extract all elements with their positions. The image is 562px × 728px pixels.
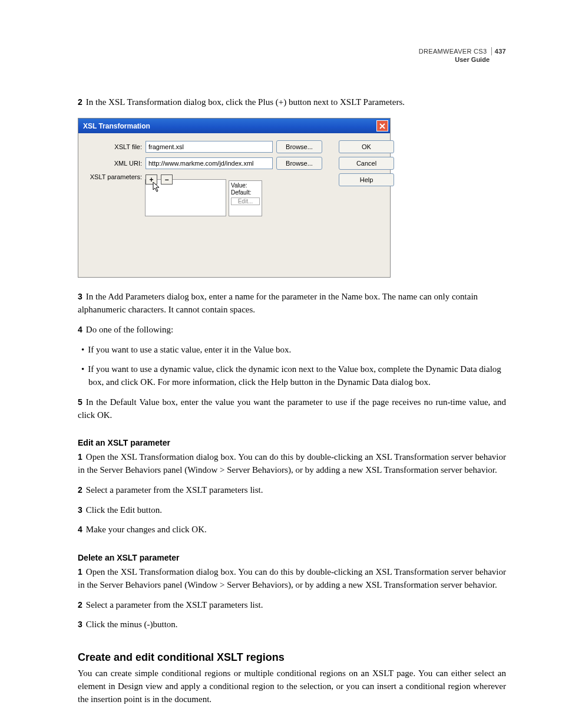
help-button[interactable]: Help: [339, 173, 394, 186]
dialog-titlebar: XSL Transformation: [78, 118, 390, 133]
close-icon[interactable]: [376, 120, 388, 131]
browse-uri-button[interactable]: Browse...: [276, 157, 322, 170]
page-header: DREAMWEAVER CS3 437 User Guide: [78, 47, 506, 64]
detail-default-label: Default:: [231, 189, 260, 196]
edit-step-2: 2Select a parameter from the XSLT parame…: [78, 484, 506, 497]
xsl-transformation-dialog: XSL Transformation XSLT file: fragment.x…: [78, 118, 391, 278]
delete-xslt-heading: Delete an XSLT parameter: [78, 553, 506, 562]
guide-label: User Guide: [78, 55, 506, 64]
xml-uri-input[interactable]: http://www.markme.com/jd/index.xml: [146, 157, 273, 169]
del-step-2: 2Select a parameter from the XSLT parame…: [78, 599, 506, 612]
step-5: 5In the Default Value box, enter the val…: [78, 396, 506, 422]
ok-button[interactable]: OK: [339, 140, 394, 153]
conditional-paragraph: You can create simple conditional region…: [78, 667, 506, 706]
xml-uri-label: XML URI:: [87, 160, 142, 167]
edit-button[interactable]: Edit...: [231, 197, 260, 205]
bullet-dynamic-value: •If you want to use a dynamic value, cli…: [78, 363, 506, 389]
step-4: 4Do one of the following:: [78, 324, 506, 337]
conditional-heading: Create and edit conditional XSLT regions: [78, 651, 506, 664]
product-name: DREAMWEAVER CS3: [419, 48, 487, 55]
page-number: 437: [491, 47, 506, 55]
del-step-1: 1Open the XSL Transformation dialog box.…: [78, 566, 506, 592]
minus-button[interactable]: −: [161, 174, 173, 185]
edit-step-4: 4Make your changes and click OK.: [78, 523, 506, 536]
cancel-button[interactable]: Cancel: [339, 157, 394, 170]
params-detail-box: Value: Default: Edit...: [229, 180, 262, 216]
xslt-params-label: XSLT parameters:: [87, 173, 142, 180]
del-step-3: 3Click the minus (-)button.: [78, 618, 506, 631]
dialog-title: XSL Transformation: [83, 122, 150, 130]
xslt-file-label: XSLT file:: [87, 143, 142, 150]
step-3: 3In the Add Parameters dialog box, enter…: [78, 291, 506, 317]
detail-value-label: Value:: [231, 182, 260, 189]
bullet-static-value: •If you want to use a static value, ente…: [78, 344, 506, 357]
edit-step-3: 3Click the Edit button.: [78, 504, 506, 517]
browse-file-button[interactable]: Browse...: [276, 140, 322, 153]
edit-step-1: 1Open the XSL Transformation dialog box.…: [78, 451, 506, 477]
edit-xslt-heading: Edit an XSLT parameter: [78, 438, 506, 447]
xslt-file-input[interactable]: fragment.xsl: [146, 141, 273, 153]
step-2: 2In the XSL Transformation dialog box, c…: [78, 96, 506, 109]
